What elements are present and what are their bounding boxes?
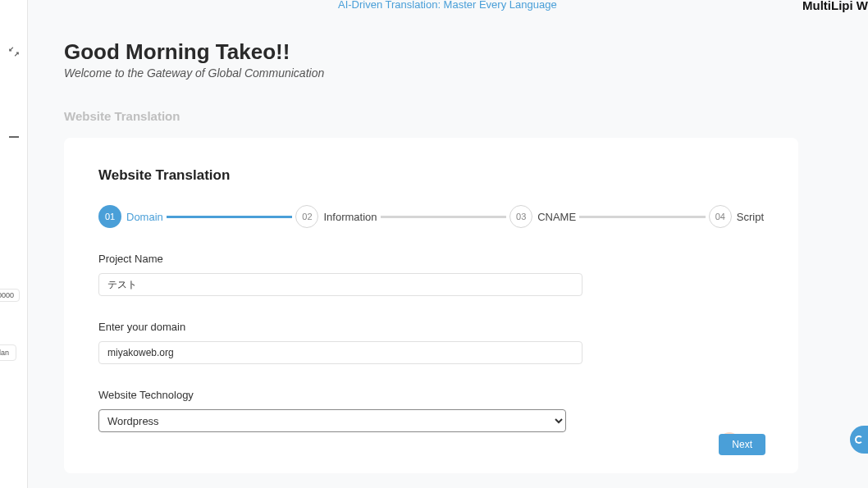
sidebar-divider	[9, 136, 19, 138]
card-title: Website Translation	[98, 167, 764, 184]
sidebar-count-badge: 0000	[0, 289, 20, 302]
domain-field: Enter your domain	[98, 321, 764, 364]
chat-icon	[855, 436, 863, 444]
swap-icon[interactable]	[8, 46, 20, 57]
greeting-heading: Good Morning Takeo!!	[64, 39, 802, 65]
project-name-input[interactable]	[98, 273, 582, 296]
step-02-label: Information	[323, 211, 377, 223]
main-content: Good Morning Takeo!! Welcome to the Gate…	[64, 39, 802, 473]
step-line-2	[381, 216, 507, 218]
project-name-label: Project Name	[98, 253, 764, 265]
sidebar-plan-button[interactable]: lan	[0, 344, 16, 361]
brand-label: MultiLipi W	[802, 0, 868, 12]
domain-input[interactable]	[98, 341, 582, 364]
step-03-label: CNAME	[537, 211, 576, 223]
technology-select[interactable]: Wordpress	[98, 409, 566, 432]
next-button[interactable]: Next	[719, 434, 765, 455]
step-02-circle[interactable]: 02	[295, 205, 318, 228]
stepper: 01 Domain 02 Information 03 CNAME 04 Scr…	[98, 205, 764, 228]
translation-card: Website Translation 01 Domain 02 Informa…	[64, 138, 798, 473]
project-name-field: Project Name	[98, 253, 764, 296]
step-04-label: Script	[737, 211, 764, 223]
sidebar: ts 0000 lan	[0, 0, 28, 488]
step-04-circle[interactable]: 04	[709, 205, 732, 228]
help-fab[interactable]	[850, 426, 868, 454]
technology-label: Website Technology	[98, 389, 764, 401]
header-promo-link[interactable]: AI-Driven Translation: Master Every Lang…	[338, 0, 557, 11]
step-line-1	[167, 216, 293, 218]
step-01-label: Domain	[126, 211, 163, 223]
step-line-3	[579, 216, 706, 218]
step-01-circle[interactable]: 01	[98, 205, 121, 228]
subtitle-text: Welcome to the Gateway of Global Communi…	[64, 66, 802, 80]
tab-website-translation[interactable]: Website Translation	[64, 109, 802, 123]
technology-field: Website Technology Wordpress	[98, 389, 764, 432]
domain-label: Enter your domain	[98, 321, 764, 333]
step-03-circle[interactable]: 03	[509, 205, 532, 228]
